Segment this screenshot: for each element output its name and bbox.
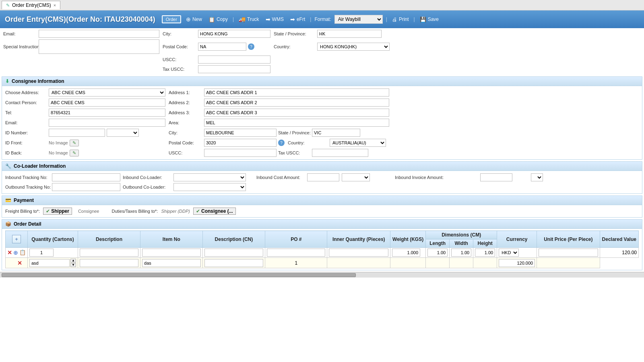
add-row-button[interactable]: +: [12, 235, 21, 243]
add-col-header: +: [6, 231, 28, 248]
row2-unit-price-input[interactable]: [499, 259, 535, 267]
inbound-invoice-currency[interactable]: [531, 173, 543, 181]
tax-uscc-input-cnee[interactable]: [312, 149, 368, 157]
copy-icon: 📋: [208, 16, 215, 23]
special-input[interactable]: [39, 39, 159, 54]
order-detail-section: 📦 Order Detail + Quantity (Cartons) Desc…: [2, 219, 642, 270]
consignee-icon: ⬇: [5, 78, 9, 84]
postal-help-cnee-icon[interactable]: ?: [278, 140, 285, 146]
wms-button[interactable]: ➡ WMS: [264, 15, 285, 23]
id-number-input[interactable]: [49, 129, 105, 137]
row1-desc-input[interactable]: [80, 249, 138, 257]
row1-inner-qty-input[interactable]: [329, 249, 388, 257]
row1-qty-input[interactable]: [29, 249, 54, 257]
inbound-invoice-input[interactable]: [480, 173, 512, 181]
tab-edit-icon: ✎: [6, 3, 10, 8]
uscc-input-cnee[interactable]: [204, 149, 277, 157]
new-button[interactable]: ⊕ New: [184, 15, 204, 23]
save-button[interactable]: 💾 Save: [418, 16, 440, 23]
sep2: |: [310, 16, 311, 22]
horizontal-scrollbar[interactable]: [0, 272, 644, 278]
email-input[interactable]: [39, 30, 159, 38]
row1-weight-input[interactable]: [392, 249, 420, 257]
postal-input[interactable]: [198, 43, 246, 51]
inbound-coloader-select[interactable]: [173, 173, 246, 181]
row2-po-input[interactable]: [204, 259, 264, 267]
tel-input[interactable]: [49, 109, 165, 117]
consignee-billing-label[interactable]: Consignee: [75, 208, 102, 214]
tab-close-button[interactable]: ×: [54, 3, 56, 8]
state-input-cnee[interactable]: [312, 129, 360, 137]
tel-label: Tel:: [5, 110, 45, 115]
row1-length-input[interactable]: [427, 249, 448, 257]
wms-icon: ➡: [266, 16, 270, 23]
address2-input[interactable]: [204, 99, 389, 107]
row1-itemno-input[interactable]: [142, 249, 201, 257]
order-entry-tab[interactable]: ✎ Order Entry(CMS) ×: [2, 1, 60, 9]
row2-spin-up[interactable]: ▲: [70, 259, 76, 263]
desc-cn-col-header: Description (CN): [202, 231, 265, 248]
row2-spin-down[interactable]: ▼: [70, 263, 76, 267]
itemno-col-header: Item No: [140, 231, 203, 248]
print-button[interactable]: 🖨 Print: [390, 16, 411, 23]
row1-currency-select[interactable]: HKD: [499, 249, 519, 257]
inbound-cost-currency[interactable]: [342, 173, 370, 181]
inbound-tracking-input[interactable]: [52, 173, 120, 181]
cnee-email-label: Email:: [5, 120, 45, 125]
save-icon: 💾: [420, 16, 426, 23]
format-label: Format:: [314, 16, 331, 22]
country-select-top[interactable]: HONG KONG(HK): [317, 43, 390, 51]
postal-help-icon[interactable]: ?: [248, 43, 254, 50]
id-back-label: ID Back:: [5, 150, 45, 155]
po-col-header: PO #: [265, 231, 327, 248]
inbound-cost-input[interactable]: [307, 173, 339, 181]
consignee-body: Choose Address: ABC CNEE CMS Address 1: …: [2, 86, 642, 159]
duties-billing-label: Duties/Taxes Billing to*:: [111, 209, 158, 214]
address1-input[interactable]: [204, 88, 389, 97]
format-select[interactable]: Air Waybill Ocean Bill: [334, 15, 383, 24]
delete-row1-icon[interactable]: ✕: [7, 249, 12, 256]
id-number-label: ID Number:: [5, 130, 45, 135]
row1-unit-price-input[interactable]: [539, 249, 598, 257]
row2-desc-spinbox[interactable]: [29, 259, 70, 267]
choose-address-select[interactable]: ABC CNEE CMS: [49, 88, 165, 97]
id-back-edit-button[interactable]: ✎: [70, 150, 79, 156]
address3-input[interactable]: [204, 109, 389, 117]
row1-po-input[interactable]: [267, 249, 325, 257]
area-input[interactable]: [204, 119, 389, 127]
inbound-coloader-label: Inbound Co-Loader:: [123, 175, 171, 180]
outbound-tracking-input[interactable]: [52, 183, 120, 191]
contact-input[interactable]: [49, 99, 165, 107]
row1-height-input[interactable]: [475, 249, 495, 257]
row1-desc-cn-input[interactable]: [204, 249, 264, 257]
efrt-button[interactable]: ➡ eFrt: [289, 15, 307, 23]
city-input[interactable]: [198, 30, 270, 38]
truck-button[interactable]: 🚚 Truck: [237, 15, 261, 23]
shipper-billing-button[interactable]: ✔ Shipper: [43, 208, 72, 215]
id-front-edit-button[interactable]: ✎: [70, 140, 79, 146]
delete-row2-icon[interactable]: ✕: [17, 260, 22, 266]
row2-itemno-input[interactable]: [80, 259, 138, 267]
copy-button[interactable]: 📋 Copy: [207, 16, 229, 23]
print-icon: 🖨: [392, 16, 397, 23]
postal-input-cnee[interactable]: [204, 139, 277, 147]
tax-uscc-input-top[interactable]: [198, 65, 270, 73]
tab-label: Order Entry(CMS): [12, 2, 51, 8]
row2-desc-cn-input[interactable]: [142, 259, 201, 267]
row1-width-input[interactable]: [451, 249, 471, 257]
state-input[interactable]: [317, 30, 382, 38]
declared-value-col-header: Declared Value: [600, 231, 638, 248]
outbound-coloader-select[interactable]: [173, 183, 246, 191]
scrollbar-thumb[interactable]: [2, 273, 356, 277]
choose-address-label: Choose Address:: [5, 90, 45, 95]
country-select-cnee[interactable]: AUSTRALIA(AU): [330, 139, 386, 147]
inbound-tracking-label: Inbound Tracking No:: [5, 175, 50, 180]
consignee-duties-button[interactable]: ✔ Consignee (...: [193, 208, 236, 215]
shipper-check-icon: ✔: [46, 208, 50, 214]
id-type-select[interactable]: [107, 129, 139, 137]
cnee-email-input[interactable]: [49, 119, 165, 127]
copy-row1-icon[interactable]: 📋: [19, 249, 26, 256]
uscc-input-top[interactable]: [198, 56, 270, 64]
city-input-cnee[interactable]: [204, 129, 277, 137]
add-child-row1-icon[interactable]: ⊕: [13, 249, 18, 256]
